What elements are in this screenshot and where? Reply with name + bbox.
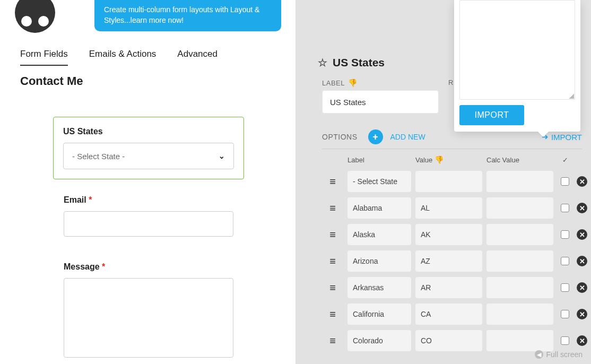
- star-icon[interactable]: ☆: [318, 56, 327, 69]
- label-caption: LABEL 👎: [322, 79, 357, 87]
- option-label-input[interactable]: Arkansas: [347, 277, 411, 298]
- message-label-text: Message: [64, 262, 102, 271]
- option-label-input[interactable]: Alabama: [347, 197, 411, 219]
- field-message[interactable]: Message *: [64, 262, 255, 358]
- email-input[interactable]: [64, 211, 233, 237]
- delete-option-button[interactable]: ✕: [577, 335, 587, 346]
- option-label-input[interactable]: California: [347, 304, 411, 325]
- option-value-input[interactable]: [415, 171, 482, 192]
- col-check: ✓: [558, 156, 572, 164]
- option-row: ≡AlaskaAK✕: [322, 221, 582, 248]
- form-title: Contact Me: [20, 74, 83, 88]
- option-row: ≡ArkansasAR✕: [322, 274, 582, 301]
- option-value-input[interactable]: CO: [415, 330, 482, 351]
- option-value-input[interactable]: CA: [415, 304, 482, 325]
- required-asterisk: *: [102, 262, 105, 271]
- option-row: ≡AlabamaAL✕: [322, 195, 582, 221]
- fullscreen-toggle[interactable]: ◀ Full screen: [535, 350, 583, 359]
- option-calc-input[interactable]: [486, 197, 553, 219]
- option-default-checkbox[interactable]: [561, 230, 569, 239]
- field-us-states-label: US States: [63, 127, 234, 136]
- us-states-placeholder: - Select State -: [72, 152, 125, 161]
- option-row: ≡ArizonaAZ✕: [322, 248, 582, 274]
- drag-handle-icon[interactable]: ≡: [322, 229, 343, 241]
- option-calc-input[interactable]: [486, 224, 553, 245]
- form-tabs: Form Fields Emails & Actions Advanced: [20, 49, 218, 66]
- delete-option-button[interactable]: ✕: [577, 309, 587, 319]
- required-asterisk: *: [89, 195, 92, 204]
- import-popup: IMPORT: [454, 0, 580, 132]
- tab-emails-actions[interactable]: Emails & Actions: [89, 49, 157, 66]
- import-link-text: IMPORT: [551, 133, 582, 142]
- chevron-down-icon: ⌄: [219, 152, 225, 160]
- option-default-checkbox[interactable]: [561, 177, 569, 186]
- option-calc-input[interactable]: [486, 171, 553, 192]
- ninja-logo-icon: [15, 0, 55, 33]
- drag-handle-icon[interactable]: ≡: [322, 282, 343, 294]
- delete-option-button[interactable]: ✕: [577, 176, 587, 187]
- option-label-input[interactable]: Alaska: [347, 224, 411, 245]
- message-textarea[interactable]: [64, 278, 233, 358]
- field-us-states[interactable]: US States - Select State - ⌄: [53, 117, 244, 179]
- option-label-input[interactable]: Colorado: [347, 330, 411, 351]
- drag-handle-icon[interactable]: ≡: [322, 308, 343, 320]
- fullscreen-icon: ◀: [535, 350, 543, 359]
- r-caption: R: [448, 79, 453, 86]
- drag-handle-icon[interactable]: ≡: [322, 255, 343, 267]
- options-caption: OPTIONS: [322, 133, 358, 141]
- field-message-label: Message *: [64, 262, 255, 272]
- option-value-input[interactable]: AL: [415, 197, 482, 219]
- col-label: Label: [347, 156, 411, 164]
- drawer-title: US States: [333, 56, 385, 69]
- col-calc-value: Calc Value: [486, 156, 553, 164]
- thumbs-down-icon[interactable]: 👎: [348, 79, 358, 87]
- promo-banner[interactable]: Create multi-column form layouts with La…: [94, 0, 281, 31]
- drag-handle-icon[interactable]: ≡: [322, 176, 343, 188]
- option-default-checkbox[interactable]: [561, 257, 569, 265]
- option-calc-input[interactable]: [486, 304, 553, 325]
- thumbs-down-icon[interactable]: 👎: [434, 155, 444, 164]
- option-row: ≡- Select State✕: [322, 168, 582, 195]
- option-default-checkbox[interactable]: [561, 283, 569, 292]
- options-table: Label Value 👎 Calc Value ✓ ≡- Select Sta…: [322, 149, 582, 354]
- option-value-input[interactable]: AR: [415, 277, 482, 298]
- option-calc-input[interactable]: [486, 250, 553, 272]
- col-value: Value: [415, 156, 432, 164]
- drawer-title-row: ☆ US States: [318, 56, 385, 69]
- import-button[interactable]: IMPORT: [459, 105, 524, 125]
- label-caption-text: LABEL: [322, 79, 345, 87]
- tab-form-fields[interactable]: Form Fields: [20, 49, 68, 66]
- delete-option-button[interactable]: ✕: [577, 203, 587, 213]
- option-default-checkbox[interactable]: [561, 204, 569, 212]
- delete-option-button[interactable]: ✕: [577, 229, 587, 240]
- field-email[interactable]: Email *: [64, 195, 255, 237]
- option-value-input[interactable]: AZ: [415, 250, 482, 272]
- option-label-input[interactable]: Arizona: [347, 250, 411, 272]
- option-label-input[interactable]: - Select State: [347, 171, 411, 192]
- resize-handle-icon[interactable]: [569, 93, 574, 99]
- delete-option-button[interactable]: ✕: [577, 282, 587, 293]
- import-textarea[interactable]: [459, 0, 575, 100]
- us-states-select[interactable]: - Select State - ⌄: [63, 143, 234, 169]
- drag-handle-icon[interactable]: ≡: [322, 202, 343, 214]
- option-default-checkbox[interactable]: [561, 336, 569, 345]
- drag-handle-icon[interactable]: ≡: [322, 335, 343, 347]
- option-calc-input[interactable]: [486, 330, 553, 351]
- tab-advanced[interactable]: Advanced: [177, 49, 218, 66]
- option-value-input[interactable]: AK: [415, 224, 482, 245]
- fullscreen-label: Full screen: [546, 350, 583, 359]
- add-new-link[interactable]: ADD NEW: [390, 133, 425, 141]
- email-label-text: Email: [64, 195, 89, 204]
- option-calc-input[interactable]: [486, 277, 553, 298]
- add-option-button[interactable]: +: [368, 129, 383, 144]
- field-email-label: Email *: [64, 195, 255, 205]
- popup-arrow-icon: [538, 132, 549, 137]
- label-input[interactable]: US States: [322, 90, 439, 114]
- delete-option-button[interactable]: ✕: [577, 256, 587, 266]
- option-row: ≡CaliforniaCA✕: [322, 301, 582, 327]
- option-default-checkbox[interactable]: [561, 310, 569, 318]
